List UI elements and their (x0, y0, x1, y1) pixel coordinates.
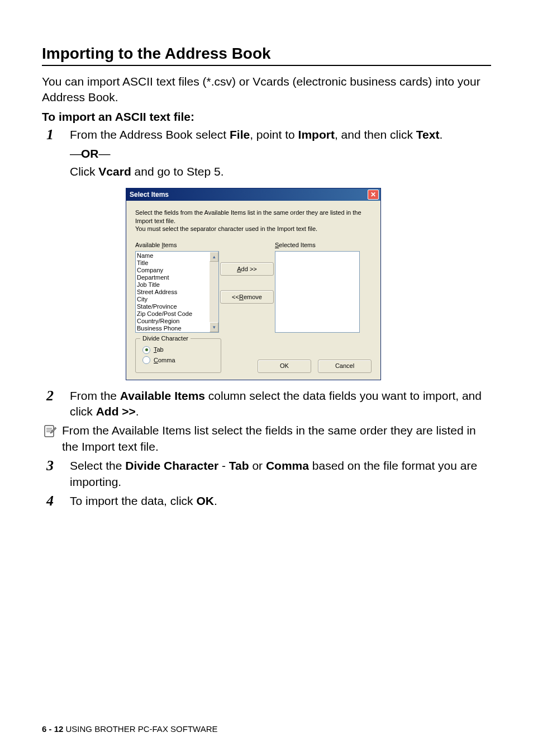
radio-comma[interactable]: Comma (142, 356, 214, 365)
step-number: 3 (46, 456, 54, 475)
scroll-up-icon[interactable]: ▴ (210, 252, 218, 262)
note-icon (42, 424, 58, 440)
list-item[interactable]: Zip Code/Post Code (137, 310, 217, 318)
list-item[interactable]: Street Address (137, 289, 217, 296)
or-separator: —OR— (70, 146, 491, 162)
available-items-listbox[interactable]: Name Title Company Department Job Title … (135, 251, 219, 333)
list-item[interactable]: Name (137, 252, 217, 259)
page-title: Importing to the Address Book (42, 45, 491, 63)
dialog-titlebar: Select Items ✕ (126, 188, 380, 201)
dialog-instructions: Select the fields from the Available Ite… (135, 209, 372, 234)
note: From the Available Items list select the… (42, 423, 491, 455)
dialog-title: Select Items (130, 190, 169, 199)
note-text: From the Available Items list select the… (62, 423, 491, 455)
cancel-button[interactable]: Cancel (318, 360, 372, 373)
step-3: 3 Select the Divide Character - Tab or C… (42, 458, 491, 490)
title-rule (42, 65, 491, 66)
select-items-dialog: Select Items ✕ Select the fields from th… (126, 188, 381, 380)
footer-label: USING BROTHER PC-FAX SOFTWARE (63, 724, 217, 734)
list-item[interactable]: Business Phone (137, 325, 217, 332)
scroll-down-icon[interactable]: ▾ (210, 322, 218, 332)
ok-button[interactable]: OK (258, 360, 311, 373)
radio-icon[interactable] (142, 356, 150, 364)
subheading: To import an ASCII text file: (42, 110, 491, 124)
step-number: 1 (46, 125, 54, 144)
step-2: 2 From the Available Items column select… (42, 388, 491, 420)
list-item[interactable]: Title (137, 259, 217, 267)
scrollbar[interactable]: ▴ ▾ (210, 252, 218, 332)
radio-icon[interactable] (142, 346, 150, 354)
step-number: 4 (46, 491, 54, 511)
add-button[interactable]: Add >> (220, 262, 274, 276)
list-item[interactable]: Country/Region (137, 318, 217, 325)
close-icon[interactable]: ✕ (368, 190, 379, 200)
step-text: From the Address Book select (70, 128, 230, 141)
step-1: 1 From the Address Book select File, poi… (42, 127, 491, 380)
list-item[interactable]: State/Province (137, 303, 217, 310)
radio-tab[interactable]: Tab (142, 346, 214, 354)
page-number: 6 - 12 (42, 724, 63, 734)
page-footer: 6 - 12 USING BROTHER PC-FAX SOFTWARE (42, 724, 218, 734)
remove-button[interactable]: << Remove (220, 290, 274, 304)
selected-items-label: Selected Items (275, 241, 360, 249)
step-number: 2 (46, 386, 54, 405)
bold: File (230, 128, 250, 141)
list-item[interactable]: Department (137, 274, 217, 281)
fieldset-legend: Divide Character (140, 334, 191, 343)
list-item[interactable]: Job Title (137, 281, 217, 289)
divide-character-group: Divide Character Tab Comma (135, 338, 221, 373)
available-items-label: Available Items (135, 241, 219, 249)
list-item[interactable]: City (137, 296, 217, 303)
intro-text: You can import ASCII text files (*.csv) … (42, 74, 491, 106)
list-item[interactable]: Company (137, 267, 217, 274)
selected-items-listbox[interactable] (275, 251, 360, 333)
step-4: 4 To import the data, click OK. (42, 493, 491, 509)
